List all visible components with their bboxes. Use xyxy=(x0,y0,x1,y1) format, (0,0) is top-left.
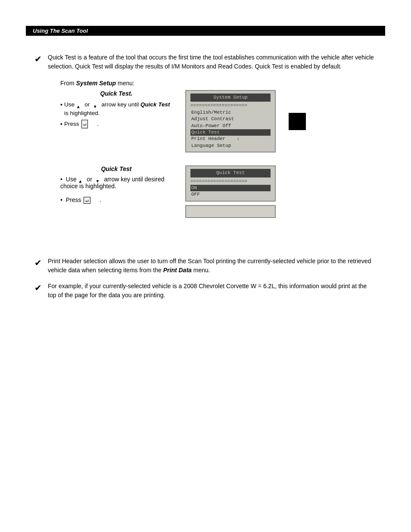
lcd-item-autopower: Auto-Power Off xyxy=(190,123,271,129)
lcd-title-1: System Setup xyxy=(190,93,271,102)
down-arrow-icon-1 xyxy=(93,102,98,107)
checkmark-icon-1: ✔ xyxy=(34,54,42,64)
quick-test-title-2: Quick Test xyxy=(60,165,172,172)
instruction-block-1: From System Setup menu: Quick Test. • Us… xyxy=(60,80,377,152)
checkmark-section-1: ✔ Quick Test is a feature of the tool th… xyxy=(34,53,377,71)
quick-test-onoff-subsection: Quick Test • Use or arrow key until desi… xyxy=(60,165,377,218)
bottom-checkmarks: ✔ Print Header selection allows the user… xyxy=(34,257,377,300)
checkmark-text-2: Print Header selection allows the user t… xyxy=(48,257,377,275)
lcd-sep-1: ==================== xyxy=(190,103,271,109)
instructions-left-2: Quick Test • Use or arrow key until desi… xyxy=(60,165,172,204)
checkmark-text-3: For example, if your currently-selected … xyxy=(48,282,377,300)
lcd-title-2: Quick Test xyxy=(190,169,271,177)
lcd-item-language: Language Setup xyxy=(190,143,271,149)
instructions-left-1: Quick Test. • Use or arrow key until Qui… xyxy=(60,90,172,131)
section-header: Using The Scan Tool xyxy=(26,26,385,36)
enter-key-icon-1: ↵ xyxy=(81,120,88,128)
black-square-decoration xyxy=(289,113,306,130)
checkmark-text-1: Quick Test is a feature of the tool that… xyxy=(48,53,377,71)
lcd-item-off: OFF xyxy=(190,191,271,198)
bullet-press-2: • Press ↵ . xyxy=(60,196,172,204)
lcd-item-quicktest: Quick Test xyxy=(190,129,271,136)
quick-test-title-1: Quick Test. xyxy=(60,90,172,97)
lcd-screen-2: Quick Test ==================== ON OFF xyxy=(185,165,276,202)
up-arrow-icon-2 xyxy=(78,177,84,182)
bullet-use-arrow-1: • Use or arrow key until Quick Test is h… xyxy=(60,100,172,118)
checkmark-icon-2: ✔ xyxy=(34,258,42,268)
lcd-item-printheader: Print Header ↓ xyxy=(190,136,271,142)
spacer xyxy=(34,227,377,244)
checkmark-section-3: ✔ For example, if your currently-selecte… xyxy=(34,282,377,300)
lcd-screens-right: Quick Test ==================== ON OFF xyxy=(185,165,276,218)
instruction-block-2: Quick Test • Use or arrow key until desi… xyxy=(60,165,377,218)
from-system-setup: From System Setup menu: xyxy=(60,80,377,87)
bullet-press-1: • Press ↵ . xyxy=(60,120,172,129)
lcd-item-contrast: Adjust Contrast xyxy=(190,116,271,122)
lcd-screen-empty xyxy=(185,205,276,218)
lcd-item-on: ON xyxy=(190,185,271,191)
lcd-screen-1: System Setup ==================== Englis… xyxy=(185,90,276,152)
checkmark-section-2: ✔ Print Header selection allows the user… xyxy=(34,257,377,275)
quick-test-subsection: Quick Test. • Use or arrow key until Qui… xyxy=(60,90,377,152)
enter-key-icon-2: ↵ xyxy=(84,197,90,204)
up-arrow-icon-1 xyxy=(76,102,81,107)
lcd-item-english: English/Metric xyxy=(190,109,271,116)
bullet-use-arrow-2: • Use or arrow key until desired choice … xyxy=(60,176,172,190)
down-arrow-icon-2 xyxy=(96,177,101,182)
checkmark-icon-3: ✔ xyxy=(34,283,42,293)
lcd-sep-2: ==================== xyxy=(190,178,271,185)
